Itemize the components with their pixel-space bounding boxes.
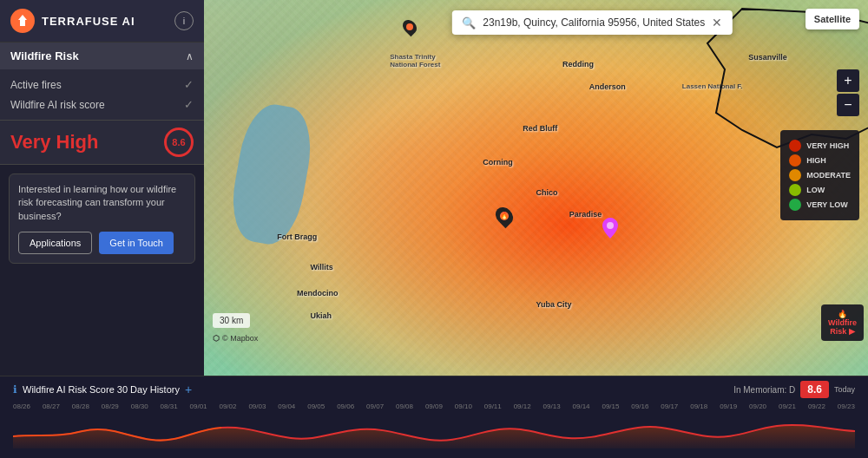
add-chart-icon[interactable]: + (185, 383, 192, 396)
chart-svg-container (0, 412, 868, 458)
chart-header: ℹ Wildfire AI Risk Score 30 Day History … (0, 376, 868, 402)
risk-score-circle: 8.6 (164, 128, 194, 157)
memoriam-badge: In Memoriam: D 8.6 Today (733, 381, 855, 398)
section-content: Active fires ✓ Wildfire AI risk score ✓ (0, 69, 204, 120)
search-value: 23n19b, Quincy, California 95956, United… (483, 16, 705, 29)
fire-marker-1: 🔥 (496, 206, 512, 226)
zoom-out-button[interactable]: − (837, 94, 859, 116)
applications-button[interactable]: Applications (18, 232, 92, 254)
wildfire-risk-section: Wildfire Risk ∧ Active fires ✓ Wildfire … (0, 43, 204, 165)
satellite-button[interactable]: Satellite (806, 9, 859, 29)
wildfire-ai-check-icon[interactable]: ✓ (184, 98, 194, 111)
risk-legend: VERY HIGH HIGH MODERATE LOW VERY LOW (780, 130, 859, 220)
region-outline-svg (204, 0, 868, 376)
legend-dot-very-low (789, 199, 801, 211)
wildfire-risk-title: Wildfire Risk (10, 49, 79, 62)
chevron-up-icon: ∧ (186, 50, 194, 62)
date-labels: 08/26 08/27 08/28 08/29 08/30 08/31 09/0… (0, 402, 868, 410)
sidebar: TERRAFUSE AI i Wildfire Risk ∧ Active fi… (0, 0, 204, 376)
app-container: TERRAFUSE AI i Wildfire Risk ∧ Active fi… (0, 0, 868, 458)
map-search-bar[interactable]: 🔍 23n19b, Quincy, California 95956, Unit… (451, 10, 733, 35)
logo-bar: TERRAFUSE AI i (0, 0, 204, 43)
risk-display: Very High 8.6 (0, 120, 204, 164)
chart-title-text: Wildfire AI Risk Score 30 Day History (23, 384, 180, 395)
zoom-in-button[interactable]: + (837, 69, 859, 92)
main-area: TERRAFUSE AI i Wildfire Risk ∧ Active fi… (0, 0, 868, 376)
svg-marker-0 (18, 15, 27, 26)
score-badge: 8.6 (800, 381, 829, 398)
wildfire-ai-label: Wildfire AI risk score (10, 99, 105, 111)
search-icon: 🔍 (462, 16, 476, 29)
wildfire-risk-header[interactable]: Wildfire Risk ∧ (0, 43, 204, 69)
promo-text: Interested in learning how our wildfire … (18, 184, 176, 221)
info-button[interactable]: i (174, 11, 194, 30)
location-marker (602, 218, 618, 242)
zoom-controls: + − (837, 69, 859, 116)
legend-very-low: VERY LOW (789, 199, 851, 211)
app-logo (10, 9, 35, 33)
wildfire-risk-toggle-button[interactable]: 🔥WildfireRisk ▶ (821, 304, 864, 341)
get-in-touch-button[interactable]: Get in Touch (99, 232, 174, 254)
search-close-icon[interactable]: ✕ (712, 16, 722, 29)
risk-score-row: Very High 8.6 (10, 128, 194, 157)
svg-point-2 (607, 222, 614, 229)
info-circle-icon: ℹ (13, 383, 17, 396)
active-fires-check-icon[interactable]: ✓ (184, 78, 194, 91)
memoriam-label: In Memoriam: D (733, 385, 795, 395)
promo-box: Interested in learning how our wildfire … (9, 173, 195, 264)
mapbox-logo: ⬡ (213, 334, 220, 343)
legend-dot-very-high (789, 140, 801, 152)
mapbox-attribution: © Mapbox (222, 334, 258, 343)
legend-low: LOW (789, 184, 851, 196)
promo-buttons: Applications Get in Touch (18, 232, 186, 254)
legend-dot-low (789, 184, 801, 196)
fire-marker-2 (404, 19, 416, 35)
active-fires-row: Active fires ✓ (10, 75, 194, 95)
legend-high: HIGH (789, 154, 851, 167)
legend-dot-high (789, 154, 801, 167)
legend-dot-moderate (789, 169, 801, 181)
today-label: Today (834, 385, 855, 394)
map-area[interactable]: Redding Anderson Red Bluff Corning Chico… (204, 0, 868, 376)
wildfire-ai-row: Wildfire AI risk score ✓ (10, 95, 194, 114)
active-fires-label: Active fires (10, 79, 62, 91)
map-attribution: ⬡ © Mapbox (213, 334, 258, 343)
chart-title-area: ℹ Wildfire AI Risk Score 30 Day History … (13, 383, 192, 396)
legend-very-high: VERY HIGH (789, 140, 851, 152)
risk-chart-svg (13, 412, 855, 448)
legend-moderate: MODERATE (789, 169, 851, 181)
scale-bar: 30 km (213, 313, 250, 328)
bottom-bar: ℹ Wildfire AI Risk Score 30 Day History … (0, 376, 868, 458)
app-title: TERRAFUSE AI (42, 15, 135, 28)
risk-level-label: Very High (10, 131, 98, 154)
